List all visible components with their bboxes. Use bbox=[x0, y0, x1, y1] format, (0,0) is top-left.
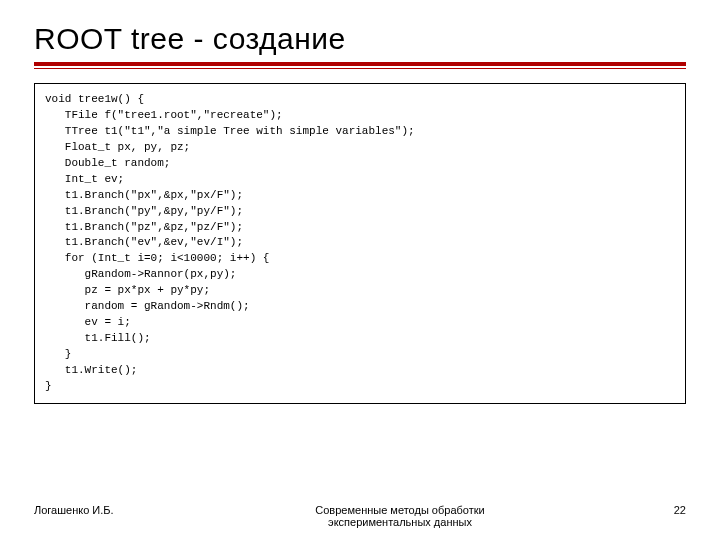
slide-title: ROOT tree - создание bbox=[34, 22, 686, 56]
title-rule bbox=[34, 62, 686, 69]
slide-footer: Логашенко И.Б. Современные методы обрабо… bbox=[34, 504, 686, 528]
footer-page-number: 22 bbox=[626, 504, 686, 516]
footer-title: Современные методы обработкиэксперимента… bbox=[174, 504, 626, 528]
code-block: void tree1w() { TFile f("tree1.root","re… bbox=[34, 83, 686, 404]
footer-author: Логашенко И.Б. bbox=[34, 504, 174, 516]
